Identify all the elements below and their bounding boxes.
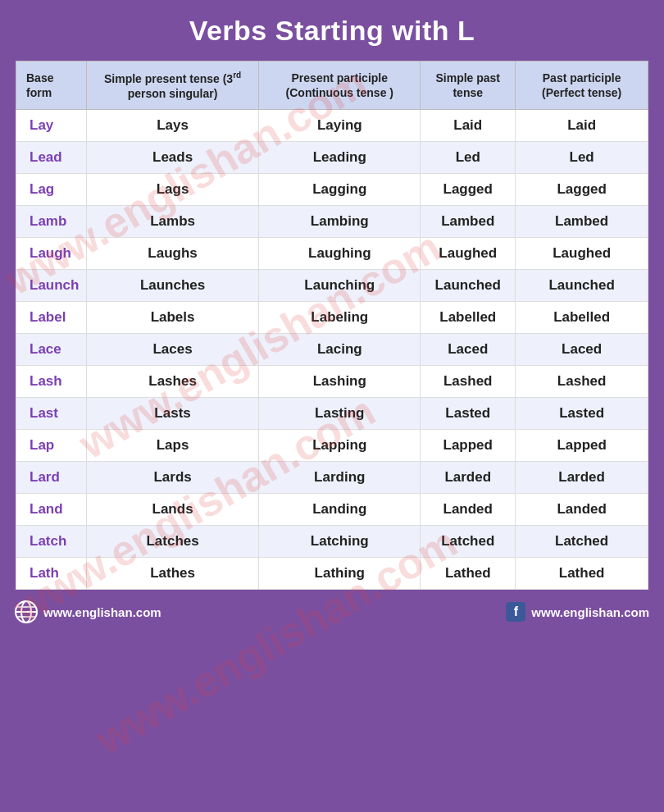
verb-form-cell: Lasts (86, 398, 259, 430)
verb-form-cell: Leads (86, 142, 259, 174)
verb-form-cell: Launched (516, 270, 648, 302)
base-form-cell: Last (16, 398, 87, 430)
verb-form-cell: Landing (259, 494, 421, 526)
table-row: LayLaysLayingLaidLaid (16, 110, 648, 142)
verb-form-cell: Leading (259, 142, 421, 174)
verb-form-cell: Led (516, 142, 648, 174)
page-title: Verbs Starting with L (0, 0, 664, 58)
base-form-cell: Label (16, 302, 87, 334)
verb-form-cell: Latched (516, 526, 648, 558)
footer-website-right: www.englishan.com (531, 605, 649, 619)
verb-form-cell: Lathing (259, 558, 421, 590)
table-row: LashLashesLashingLashedLashed (16, 366, 648, 398)
footer-website-left: www.englishan.com (43, 605, 161, 619)
base-form-cell: Land (16, 494, 87, 526)
verb-form-cell: Lasted (421, 398, 516, 430)
verb-form-cell: Lagging (259, 174, 421, 206)
col-header-past-participle: Past participle (Perfect tense) (516, 62, 648, 110)
verb-form-cell: Lasting (259, 398, 421, 430)
base-form-cell: Laugh (16, 238, 87, 270)
verb-form-cell: Landed (421, 494, 516, 526)
verb-form-cell: Lathed (516, 558, 648, 590)
verb-form-cell: Labeling (259, 302, 421, 334)
table-row: LeadLeadsLeadingLedLed (16, 142, 648, 174)
verb-form-cell: Labelled (516, 302, 648, 334)
verb-form-cell: Laughs (86, 238, 259, 270)
base-form-cell: Lamb (16, 206, 87, 238)
table-row: LaunchLaunchesLaunchingLaunchedLaunched (16, 270, 648, 302)
base-form-cell: Lap (16, 430, 87, 462)
verb-form-cell: Lasted (516, 398, 648, 430)
verb-form-cell: Lathed (421, 558, 516, 590)
table-row: LatchLatchesLatchingLatchedLatched (16, 526, 648, 558)
verbs-table: Base form Simple present tense (3rd pers… (16, 61, 648, 590)
base-form-cell: Lath (16, 558, 87, 590)
verb-form-cell: Lapped (516, 430, 648, 462)
verb-form-cell: Launches (86, 270, 259, 302)
verb-form-cell: Lashed (421, 366, 516, 398)
table-wrapper: Base form Simple present tense (3rd pers… (13, 58, 651, 592)
footer-right: f www.englishan.com (506, 602, 649, 622)
table-row: LabelLabelsLabelingLabelledLabelled (16, 302, 648, 334)
verb-form-cell: Laps (86, 430, 259, 462)
verb-form-cell: Lapping (259, 430, 421, 462)
table-container: www.englishan.com www.englishan.com www.… (7, 58, 657, 592)
verb-form-cell: Lashing (259, 366, 421, 398)
table-row: LastLastsLastingLastedLasted (16, 398, 648, 430)
verb-form-cell: Labels (86, 302, 259, 334)
base-form-cell: Lag (16, 174, 87, 206)
verb-form-cell: Larding (259, 462, 421, 494)
table-row: LambLambsLambingLambedLambed (16, 206, 648, 238)
verb-form-cell: Laid (421, 110, 516, 142)
globe-icon (15, 600, 38, 623)
verb-form-cell: Latching (259, 526, 421, 558)
base-form-cell: Lead (16, 142, 87, 174)
facebook-icon: f (506, 602, 525, 622)
footer-left: www.englishan.com (15, 600, 161, 623)
table-row: LapLapsLappingLappedLapped (16, 430, 648, 462)
verb-form-cell: Laying (259, 110, 421, 142)
verb-form-cell: Latched (421, 526, 516, 558)
verb-form-cell: Lambed (516, 206, 648, 238)
verb-form-cell: Lathes (86, 558, 259, 590)
table-row: LaceLacesLacingLacedLaced (16, 334, 648, 366)
verb-form-cell: Laces (86, 334, 259, 366)
verb-form-cell: Lagged (516, 174, 648, 206)
verb-form-cell: Larded (516, 462, 648, 494)
table-body: LayLaysLayingLaidLaidLeadLeadsLeadingLed… (16, 110, 648, 590)
verb-form-cell: Lags (86, 174, 259, 206)
verb-form-cell: Lashed (516, 366, 648, 398)
verb-form-cell: Lambs (86, 206, 259, 238)
table-row: LaughLaughsLaughingLaughedLaughed (16, 238, 648, 270)
verb-form-cell: Lashes (86, 366, 259, 398)
verb-form-cell: Latches (86, 526, 259, 558)
verb-form-cell: Lards (86, 462, 259, 494)
verb-form-cell: Lays (86, 110, 259, 142)
verb-form-cell: Lands (86, 494, 259, 526)
base-form-cell: Launch (16, 270, 87, 302)
col-header-simple-past: Simple past tense (421, 62, 516, 110)
verb-form-cell: Launched (421, 270, 516, 302)
verb-form-cell: Lambing (259, 206, 421, 238)
verb-form-cell: Lagged (421, 174, 516, 206)
base-form-cell: Latch (16, 526, 87, 558)
verb-form-cell: Laced (421, 334, 516, 366)
footer: www.englishan.com f www.englishan.com (0, 592, 664, 632)
verb-form-cell: Laced (516, 334, 648, 366)
main-container: Verbs Starting with L www.englishan.com … (0, 0, 664, 632)
base-form-cell: Lay (16, 110, 87, 142)
verb-form-cell: Lacing (259, 334, 421, 366)
verb-form-cell: Labelled (421, 302, 516, 334)
col-header-base: Base form (16, 62, 87, 110)
verb-form-cell: Laid (516, 110, 648, 142)
verb-form-cell: Lambed (421, 206, 516, 238)
verb-form-cell: Lapped (421, 430, 516, 462)
col-header-simple-present: Simple present tense (3rd person singula… (86, 62, 259, 110)
verb-form-cell: Laughed (516, 238, 648, 270)
base-form-cell: Lace (16, 334, 87, 366)
table-header-row: Base form Simple present tense (3rd pers… (16, 62, 648, 110)
table-row: LardLardsLardingLardedLarded (16, 462, 648, 494)
col-header-present-participle: Present participle (Continuous tense ) (259, 62, 421, 110)
verb-form-cell: Launching (259, 270, 421, 302)
table-row: LagLagsLaggingLaggedLagged (16, 174, 648, 206)
